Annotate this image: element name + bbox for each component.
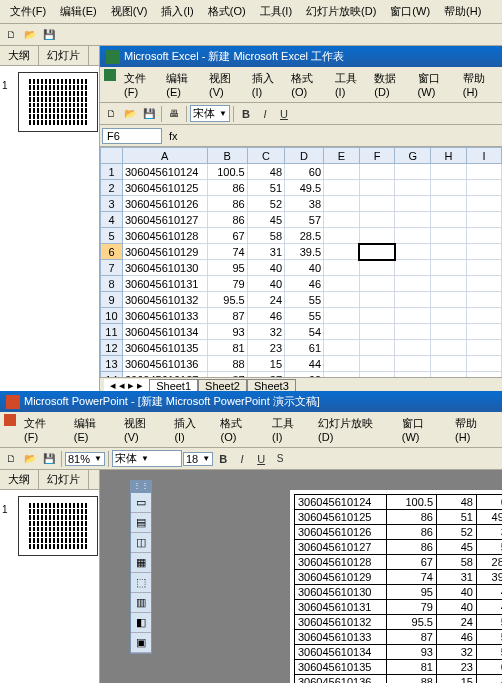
menu-slideshow[interactable]: 幻灯片放映(D): [300, 2, 382, 21]
menu-insert[interactable]: 插入(I): [155, 2, 199, 21]
ppt-menu-file[interactable]: 文件(F): [18, 414, 66, 445]
tool-8[interactable]: ▣: [131, 633, 151, 653]
table-row[interactable]: 306045610128675828.5: [295, 555, 503, 570]
menu-tools[interactable]: 工具(I): [254, 2, 298, 21]
open-icon[interactable]: 📂: [21, 26, 39, 44]
table-row[interactable]: 6306045610129743139.5: [101, 244, 502, 260]
bold-icon[interactable]: B: [214, 450, 232, 468]
underline-icon[interactable]: U: [252, 450, 270, 468]
bold-icon[interactable]: B: [237, 105, 255, 123]
underline-icon[interactable]: U: [275, 105, 293, 123]
tool-3[interactable]: ◫: [131, 533, 151, 553]
menu-view[interactable]: 视图(V): [105, 2, 154, 21]
menu-format[interactable]: 格式(O): [202, 2, 252, 21]
table-row[interactable]: 306045610133874655: [295, 630, 503, 645]
italic-icon[interactable]: I: [233, 450, 251, 468]
table-row[interactable]: 306045610126865238: [295, 525, 503, 540]
ppt-menu-view[interactable]: 视图(V): [118, 414, 166, 445]
ppt-menu-format[interactable]: 格式(O): [214, 414, 264, 445]
excel-menu-tools[interactable]: 工具(I): [329, 69, 366, 100]
font-combo[interactable]: 宋体▼: [190, 105, 230, 122]
open-icon[interactable]: 📂: [121, 105, 139, 123]
tool-7[interactable]: ◧: [131, 613, 151, 633]
excel-menu-format[interactable]: 格式(O): [285, 69, 327, 100]
italic-icon[interactable]: I: [256, 105, 274, 123]
excel-menu-file[interactable]: 文件(F): [118, 69, 158, 100]
table-row[interactable]: 8306045610131794046: [101, 276, 502, 292]
name-box[interactable]: F6: [102, 128, 162, 144]
tab-sheet3[interactable]: Sheet3: [247, 379, 296, 391]
menu-file[interactable]: 文件(F): [4, 2, 52, 21]
ppt-tab-slides[interactable]: 幻灯片: [39, 470, 89, 489]
table-row[interactable]: 306045610130954040: [295, 585, 503, 600]
ppt-tab-outline[interactable]: 大纲: [0, 470, 39, 489]
toolbar-grip[interactable]: ⋮⋮: [131, 481, 151, 493]
tab-outline[interactable]: 大纲: [0, 46, 39, 65]
table-row[interactable]: 306045610129743139.5: [295, 570, 503, 585]
table-row[interactable]: 13306045610136881544: [101, 356, 502, 372]
table-row[interactable]: 1306045610124100.54860: [101, 164, 502, 180]
table-row[interactable]: 10306045610133874655: [101, 308, 502, 324]
table-row[interactable]: 306045610125865149.5: [295, 510, 503, 525]
table-row[interactable]: 306045610127864557: [295, 540, 503, 555]
zoom-combo[interactable]: 81%▼: [65, 452, 105, 466]
table-row[interactable]: 30604561013295.52455: [295, 615, 503, 630]
excel-menu-window[interactable]: 窗口(W): [412, 69, 455, 100]
menu-edit[interactable]: 编辑(E): [54, 2, 103, 21]
table-row[interactable]: 5306045610128675828.5: [101, 228, 502, 244]
ppt-title: Microsoft PowerPoint - [新建 Microsoft Pow…: [24, 394, 320, 409]
slide-thumbnail[interactable]: [18, 72, 98, 132]
floating-toolbar[interactable]: ⋮⋮ ▭ ▤ ◫ ▦ ⬚ ▥ ◧ ▣: [130, 480, 152, 654]
ppt-menu-help[interactable]: 帮助(H): [449, 414, 498, 445]
new-icon[interactable]: 🗋: [2, 26, 20, 44]
save-icon[interactable]: 💾: [40, 26, 58, 44]
tool-5[interactable]: ⬚: [131, 573, 151, 593]
new-icon[interactable]: 🗋: [2, 450, 20, 468]
tool-4[interactable]: ▦: [131, 553, 151, 573]
table-row[interactable]: 306045610135812361: [295, 660, 503, 675]
save-icon[interactable]: 💾: [140, 105, 158, 123]
fontsize-combo[interactable]: 18▼: [183, 452, 213, 466]
tab-slides[interactable]: 幻灯片: [39, 46, 89, 65]
table-row[interactable]: 2306045610125865149.5: [101, 180, 502, 196]
slide-canvas[interactable]: ⋮⋮ ▭ ▤ ◫ ▦ ⬚ ▥ ◧ ▣ 306045610124100.54860…: [100, 470, 502, 683]
excel-menu-view[interactable]: 视图(V): [203, 69, 244, 100]
ppt-menu-insert[interactable]: 插入(I): [168, 414, 212, 445]
table-row[interactable]: 306045610136881544: [295, 675, 503, 684]
print-icon[interactable]: 🖶: [165, 105, 183, 123]
table-row[interactable]: 4306045610127864557: [101, 212, 502, 228]
excel-menu-edit[interactable]: 编辑(E): [160, 69, 201, 100]
excel-menu-insert[interactable]: 插入(I): [246, 69, 283, 100]
ppt-menu-slideshow[interactable]: 幻灯片放映(D): [312, 414, 394, 445]
excel-menu-help[interactable]: 帮助(H): [457, 69, 498, 100]
ppt-menu-window[interactable]: 窗口(W): [396, 414, 447, 445]
table-row[interactable]: 3306045610126865238: [101, 196, 502, 212]
spreadsheet-grid[interactable]: ABCDEFGHI 1306045610124100.5486023060456…: [100, 147, 502, 377]
new-icon[interactable]: 🗋: [102, 105, 120, 123]
table-row[interactable]: 11306045610134933254: [101, 324, 502, 340]
font-combo[interactable]: 宋体▼: [112, 450, 182, 467]
fx-icon[interactable]: fx: [169, 130, 178, 142]
excel-menu-data[interactable]: 数据(D): [368, 69, 409, 100]
tab-sheet2[interactable]: Sheet2: [198, 379, 247, 391]
tool-1[interactable]: ▭: [131, 493, 151, 513]
menu-help[interactable]: 帮助(H): [438, 2, 487, 21]
table-row[interactable]: 306045610124100.54860: [295, 495, 503, 510]
ppt-menu-edit[interactable]: 编辑(E): [68, 414, 116, 445]
open-icon[interactable]: 📂: [21, 450, 39, 468]
tab-sheet1[interactable]: Sheet1: [149, 379, 198, 391]
tool-6[interactable]: ▥: [131, 593, 151, 613]
table-row[interactable]: 930604561013295.52455: [101, 292, 502, 308]
table-row[interactable]: 306045610134933254: [295, 645, 503, 660]
save-icon[interactable]: 💾: [40, 450, 58, 468]
table-row[interactable]: 12306045610135812361: [101, 340, 502, 356]
table-row[interactable]: 7306045610130954040: [101, 260, 502, 276]
excel-titlebar: Microsoft Excel - 新建 Microsoft Excel 工作表: [100, 46, 502, 67]
ppt-menu-tools[interactable]: 工具(I): [266, 414, 310, 445]
menu-window[interactable]: 窗口(W): [384, 2, 436, 21]
embedded-table[interactable]: 306045610124100.54860306045610125865149.…: [294, 494, 502, 683]
table-row[interactable]: 306045610131794046: [295, 600, 503, 615]
ppt-slide-thumbnail[interactable]: [18, 496, 98, 556]
shadow-icon[interactable]: S: [271, 450, 289, 468]
tool-2[interactable]: ▤: [131, 513, 151, 533]
